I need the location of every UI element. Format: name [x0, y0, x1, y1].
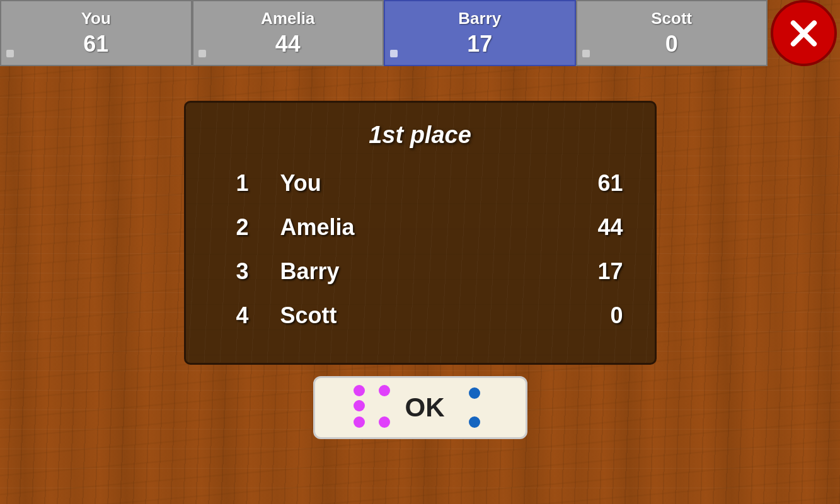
- dot-bl: [354, 416, 365, 428]
- name-amelia: Amelia: [268, 214, 560, 241]
- name-scott: Scott: [268, 302, 560, 329]
- dice-left: [351, 382, 395, 433]
- score-panel-scott: Scott0: [576, 0, 768, 66]
- score-row: 2Amelia44: [217, 205, 623, 249]
- main-area: 1st place 1You612Amelia443Barry174Scott0…: [0, 66, 840, 439]
- player-name-you: You: [81, 9, 111, 28]
- points-barry: 17: [560, 258, 623, 285]
- ok-wrapper[interactable]: OK: [313, 376, 527, 439]
- dice-right: [455, 382, 490, 433]
- panel-icon-barry: [390, 50, 398, 57]
- dot-ml: [354, 400, 365, 411]
- rank-4: 4: [217, 302, 268, 329]
- player-name-amelia: Amelia: [261, 9, 314, 28]
- dot-br: [379, 416, 390, 428]
- scoreboard-title: 1st place: [217, 122, 623, 149]
- score-rows: 1You612Amelia443Barry174Scott0: [217, 161, 623, 338]
- panel-icon-scott: [582, 50, 590, 57]
- close-button-wrapper[interactable]: [768, 0, 840, 66]
- ok-button[interactable]: OK: [313, 376, 527, 439]
- player-name-scott: Scott: [651, 9, 692, 28]
- panel-icon-amelia: [198, 50, 206, 57]
- dot-tl: [354, 385, 365, 396]
- dot-r-tr: [469, 387, 480, 399]
- score-panel-barry: Barry17: [384, 0, 576, 66]
- rank-3: 3: [217, 258, 268, 285]
- score-panel-you: You61: [0, 0, 192, 66]
- player-score-you: 61: [83, 31, 108, 57]
- score-row: 4Scott0: [217, 294, 623, 338]
- score-row: 1You61: [217, 161, 623, 205]
- score-panel-amelia: Amelia44: [192, 0, 384, 66]
- dot-tr: [379, 385, 390, 396]
- player-score-scott: 0: [665, 31, 678, 57]
- header: You61Amelia44Barry17Scott0: [0, 0, 840, 66]
- player-score-barry: 17: [467, 31, 492, 57]
- player-name-barry: Barry: [458, 9, 501, 28]
- rank-1: 1: [217, 170, 268, 197]
- scoreboard: 1st place 1You612Amelia443Barry174Scott0: [184, 101, 657, 365]
- name-barry: Barry: [268, 258, 560, 285]
- points-you: 61: [560, 170, 623, 197]
- dot-r-bl: [469, 416, 480, 428]
- score-row: 3Barry17: [217, 249, 623, 294]
- points-amelia: 44: [560, 214, 623, 241]
- close-button[interactable]: [771, 0, 837, 66]
- ok-label: OK: [405, 392, 445, 423]
- rank-2: 2: [217, 214, 268, 241]
- name-you: You: [268, 170, 560, 197]
- panel-icon-you: [6, 50, 14, 57]
- player-score-amelia: 44: [275, 31, 301, 57]
- points-scott: 0: [560, 302, 623, 329]
